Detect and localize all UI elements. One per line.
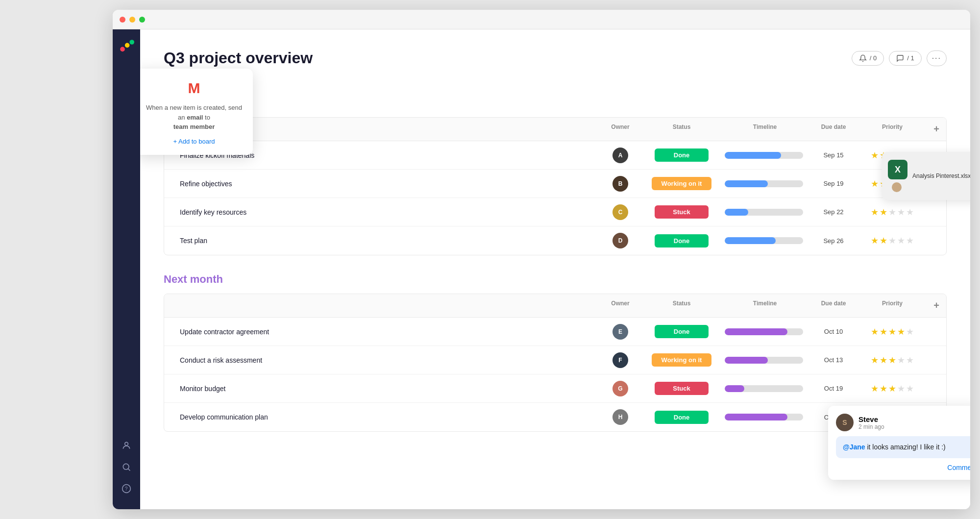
star-icon: ★ [888, 235, 896, 246]
status-badge[interactable]: Done [655, 411, 709, 424]
comment-action-button[interactable]: Comment [947, 464, 970, 471]
status-badge[interactable]: Done [655, 234, 709, 247]
add-to-board-link[interactable]: + Add to board [145, 138, 243, 145]
status-badge[interactable]: Done [655, 148, 709, 162]
table-row: Test plan D Done Sep 26 ★★★★★ [164, 226, 946, 255]
status-cell[interactable]: Done [642, 234, 721, 247]
close-dot[interactable] [120, 17, 125, 23]
due-date-cell: Oct 19 [809, 385, 858, 392]
add-column-button[interactable]: + [927, 122, 946, 137]
status-badge[interactable]: Stuck [655, 382, 709, 395]
star-icon: ★ [888, 207, 896, 218]
task-name[interactable]: Identify key resources [180, 208, 246, 216]
minimize-dot[interactable] [129, 17, 135, 23]
main-content: M When a new item is created, send an em… [140, 29, 970, 509]
task-name[interactable]: Monitor budget [180, 385, 225, 393]
col-status: Status [642, 122, 721, 137]
status-cell[interactable]: Done [642, 148, 721, 162]
avatar: D [612, 233, 628, 248]
timeline-fill [725, 414, 787, 420]
status-cell[interactable]: Stuck [642, 382, 721, 395]
star-icon: ★ [906, 355, 914, 366]
status-cell[interactable]: Done [642, 411, 721, 424]
col-name [164, 298, 598, 313]
svg-point-0 [120, 47, 125, 52]
timeline-cell [721, 414, 809, 420]
status-badge[interactable]: Working on it [652, 353, 712, 367]
search-icon[interactable] [118, 458, 135, 476]
task-name[interactable]: Update contractor agreement [180, 328, 269, 336]
table-row: Conduct a risk assessment F Working on i… [164, 346, 946, 374]
comment-more-icon[interactable]: ⋮ [968, 417, 970, 428]
status-cell[interactable]: Stuck [642, 205, 721, 219]
col-owner: Owner [598, 122, 642, 137]
table-row: Update contractor agreement E Done Oct 1… [164, 318, 946, 346]
star-icon: ★ [871, 355, 879, 366]
task-name[interactable]: Test plan [180, 237, 207, 245]
star-icon: ★ [897, 383, 905, 394]
priority-cell: ★★★★★ [858, 326, 927, 337]
svg-text:?: ? [125, 486, 128, 492]
task-name[interactable]: Conduct a risk assessment [180, 356, 262, 364]
timeline-fill [725, 152, 781, 159]
browser-window: ? M When a new item is created, send an … [113, 10, 970, 509]
timeline-bar [725, 414, 803, 420]
app-logo[interactable] [118, 37, 135, 55]
timeline-fill [725, 357, 768, 364]
this-month-rows: Finalize kickoff materials A Done Sep 15… [164, 141, 946, 255]
maximize-dot[interactable] [139, 17, 145, 23]
status-badge[interactable]: Working on it [652, 177, 712, 190]
timeline-cell [721, 209, 809, 216]
star-icon: ★ [871, 178, 879, 189]
notify-button[interactable]: / 0 [852, 51, 884, 66]
owner-cell: C [598, 204, 642, 220]
timeline-cell [721, 152, 809, 159]
excel-filename: Analysis Pinterest.xlsx [912, 173, 970, 179]
status-cell[interactable]: Done [642, 325, 721, 338]
browser-content: ? M When a new item is created, send an … [113, 29, 970, 509]
gmail-overlay: M When a new item is created, send an em… [140, 69, 253, 155]
status-cell[interactable]: Working on it [642, 177, 721, 190]
next-month-table-header: Owner Status Timeline Due date Priority … [164, 294, 946, 318]
help-icon[interactable]: ? [118, 480, 135, 497]
timeline-cell [721, 180, 809, 187]
priority-cell: ★★★★★ [858, 207, 927, 218]
owner-cell: D [598, 233, 642, 248]
timeline-cell [721, 385, 809, 392]
star-icon: ★ [897, 235, 905, 246]
gmail-description: When a new item is created, send an emai… [145, 103, 243, 132]
row-name-cell: Refine objectives [164, 174, 598, 194]
priority-cell: ★★★★★ [858, 383, 927, 394]
more-options-button[interactable]: ··· [927, 50, 947, 66]
star-icon: ★ [897, 207, 905, 218]
comment-button[interactable]: / 1 [889, 51, 921, 66]
task-name[interactable]: Develop communication plan [180, 413, 268, 421]
due-date-cell: Sep 22 [809, 208, 858, 216]
excel-overlay: X Analysis Pinterest.xlsx [882, 152, 970, 200]
timeline-cell [721, 237, 809, 244]
star-icon: ★ [871, 326, 879, 337]
status-cell[interactable]: Working on it [642, 353, 721, 367]
timeline-bar [725, 209, 803, 216]
people-icon[interactable] [118, 437, 135, 454]
star-icon: ★ [871, 383, 879, 394]
notify-count: / 0 [870, 54, 877, 62]
status-badge[interactable]: Stuck [655, 205, 709, 219]
add-column-button[interactable]: + [927, 298, 946, 313]
comment-time: 2 min ago [858, 423, 884, 430]
avatar: F [612, 352, 628, 368]
timeline-bar [725, 152, 803, 159]
star-icon: ★ [888, 355, 896, 366]
due-date-cell: Sep 19 [809, 180, 858, 187]
status-badge[interactable]: Done [655, 325, 709, 338]
star-icon: ★ [888, 383, 896, 394]
owner-cell: F [598, 352, 642, 368]
star-icon: ★ [906, 207, 914, 218]
owner-cell: A [598, 148, 642, 163]
commenter-name: Steve [858, 415, 884, 423]
timeline-bar [725, 328, 803, 335]
owner-cell: H [598, 409, 642, 425]
due-date-cell: Oct 13 [809, 356, 858, 364]
view-selector[interactable]: Table view [164, 75, 947, 83]
task-name[interactable]: Refine objectives [180, 180, 232, 188]
